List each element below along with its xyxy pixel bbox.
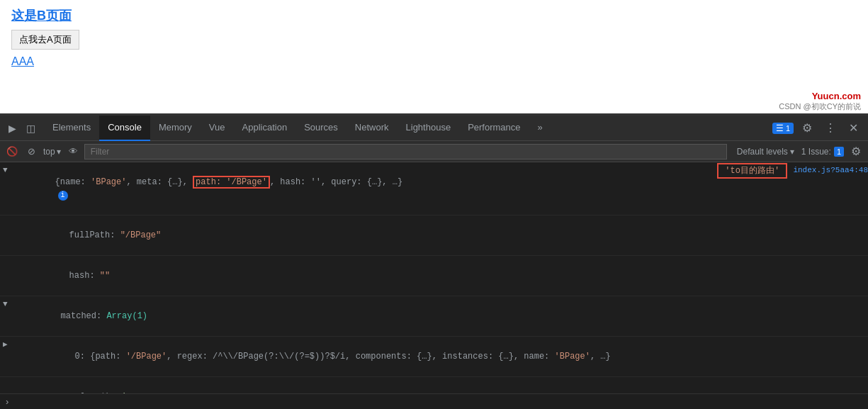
console-line-bpage: ▼ {name: 'BPage', meta: {…}, path: '/BPa… <box>0 162 868 215</box>
levels-chevron-icon: ▾ <box>790 147 794 157</box>
badge-icon: ☰ <box>776 123 784 133</box>
tab-more[interactable]: » <box>529 116 551 141</box>
filter-input[interactable] <box>84 144 727 159</box>
badge-count: 1 <box>786 124 790 133</box>
info-icon-1[interactable]: i <box>58 191 68 201</box>
console-toolbar: 🚫 ⊘ top ▾ 👁 Default levels ▾ 1 Issue: 1 … <box>0 141 868 162</box>
console-output: ▼ {name: 'BPage', meta: {…}, path: '/BPa… <box>0 162 868 393</box>
default-levels-text: Default levels <box>737 147 788 157</box>
console-line-fullpath: fullPath: "/BPage" <box>0 215 868 256</box>
tab-sources[interactable]: Sources <box>295 116 346 141</box>
issue-badge: 1 Issue: 1 <box>801 147 844 157</box>
devtools-toolbar: ▶ ◫ Elements Console Memory Vue Applicat… <box>0 116 868 141</box>
tab-console[interactable]: Console <box>99 116 150 141</box>
device-icon[interactable]: ◫ <box>23 120 38 137</box>
tab-application[interactable]: Application <box>234 116 296 141</box>
issue-count: 1 <box>834 147 844 157</box>
gear-icon[interactable]: ⚙ <box>798 118 816 138</box>
console-line-matched: ▼ matched: Array(1) <box>0 296 868 337</box>
top-chevron-icon: ▾ <box>57 147 61 157</box>
watermark-area: Yuucn.com CSDN @初吹CY的前说 <box>779 91 861 112</box>
line1-content: {name: 'BPage', meta: {…}, path: '/BPage… <box>14 163 717 214</box>
aaa-link[interactable]: AAA <box>11 55 857 68</box>
no-arrow-6 <box>3 378 14 379</box>
line4-content: matched: Array(1) <box>14 297 868 335</box>
no-arrow-3 <box>3 257 14 257</box>
issue-text: 1 Issue: <box>801 147 831 157</box>
tab-performance[interactable]: Performance <box>459 116 529 141</box>
tab-lighthouse[interactable]: Lighthouse <box>398 116 460 141</box>
path-highlight-1: path: '/BPage' <box>193 176 270 189</box>
badge: ☰ 1 <box>772 123 794 134</box>
watermark-main: Yuucn.com <box>779 91 861 101</box>
page-title: 这是B页面 <box>11 7 857 24</box>
more-options-icon[interactable]: ⋮ <box>821 118 840 138</box>
console-line-hash: hash: "" <box>0 256 868 296</box>
console-prompt-icon: › <box>6 396 9 407</box>
line2-content: fullPath: "/BPage" <box>14 216 868 254</box>
to-destination-highlight: 'to目的路由' <box>717 163 787 179</box>
console-settings-icon[interactable]: ⚙ <box>847 142 865 161</box>
expand-arrow-matched[interactable]: ▼ <box>3 297 14 310</box>
toolbar-right: ☰ 1 ⚙ ⋮ ✕ <box>772 118 868 138</box>
line3-content: hash: "" <box>14 257 868 295</box>
top-context-selector[interactable]: top ▾ <box>42 147 62 157</box>
console-prompt-bar: › <box>0 393 868 409</box>
tab-memory[interactable]: Memory <box>150 116 201 141</box>
page-content: 这是B页面 点我去A页面 AAA Yuucn.com CSDN @初吹CY的前说 <box>0 0 868 113</box>
watermark-sub: CSDN @初吹CY的前说 <box>779 101 861 112</box>
collapse-arrow-0[interactable]: ▶ <box>3 337 14 351</box>
line6-content: length: 1 <box>14 378 868 393</box>
devtools-panel: ▶ ◫ Elements Console Memory Vue Applicat… <box>0 113 868 409</box>
source-link-1[interactable]: index.js?5aa4:48 <box>787 163 868 177</box>
toolbar-left-icons: ▶ ◫ <box>0 120 44 137</box>
clear-console-icon[interactable]: 🚫 <box>3 144 21 159</box>
close-icon[interactable]: ✕ <box>845 118 862 138</box>
console-line-length: length: 1 <box>0 377 868 393</box>
top-label-text: top <box>43 147 55 157</box>
inspect-icon[interactable]: ▶ <box>6 120 19 137</box>
go-to-a-button[interactable]: 点我去A页面 <box>11 30 79 50</box>
default-levels-selector[interactable]: Default levels ▾ <box>733 147 799 157</box>
expand-arrow-1[interactable]: ▼ <box>3 163 14 177</box>
filter-icon[interactable]: ⊘ <box>24 144 39 159</box>
tab-elements[interactable]: Elements <box>44 116 99 141</box>
no-arrow-2 <box>3 216 14 217</box>
eye-icon[interactable]: 👁 <box>65 144 81 159</box>
tab-vue[interactable]: Vue <box>201 116 234 141</box>
line5-content: 0: {path: '/BPage', regex: /^\\/BPage(?:… <box>14 337 868 376</box>
tab-network[interactable]: Network <box>346 116 398 141</box>
console-line-matched-0: ▶ 0: {path: '/BPage', regex: /^\\/BPage(… <box>0 337 868 377</box>
